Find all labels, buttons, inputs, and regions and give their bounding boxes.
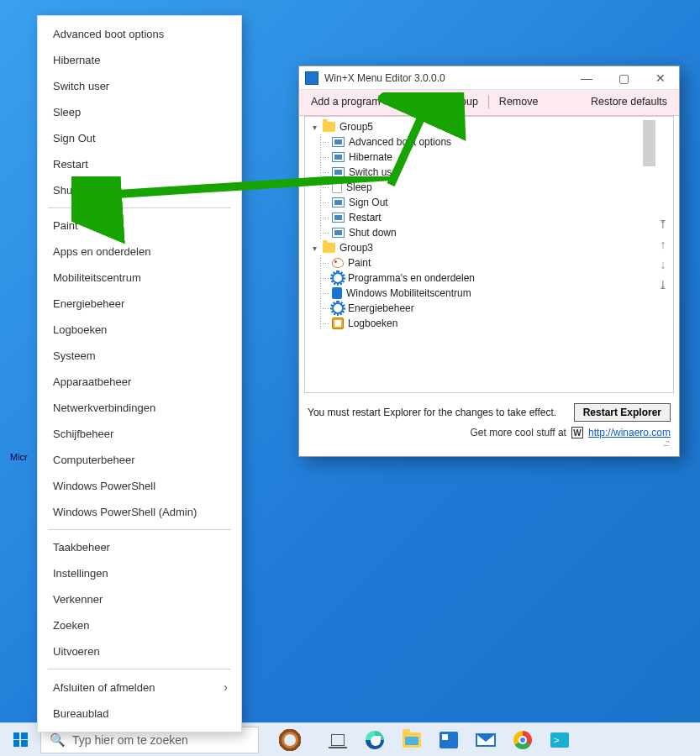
winx-item[interactable]: Computerbeheer [38,447,241,473]
close-button[interactable]: ✕ [642,66,679,90]
winx-item[interactable]: Apparaatbeheer [38,369,241,395]
remove-button[interactable]: Remove [494,93,544,110]
resize-grip[interactable]: ..:: [308,438,671,448]
winx-item-label: Advanced boot options [53,28,164,40]
explorer-button[interactable] [395,723,429,757]
tree-item[interactable]: Logboeken [305,316,656,331]
winx-item-label: Taakbeheer [53,541,110,554]
cortana-icon[interactable] [276,726,304,754]
tree-item[interactable]: Switch user [305,165,656,180]
terminal-icon [550,732,569,748]
win-icon [332,167,345,177]
scrollbar-thumb[interactable] [643,120,655,166]
winx-item[interactable]: Apps en onderdelen [38,239,241,265]
terminal-button[interactable] [543,723,576,757]
winx-item[interactable]: Mobiliteitscentrum [38,265,241,291]
win-icon [332,137,345,147]
winx-item[interactable]: Switch user [38,73,241,99]
edge-icon [366,731,384,749]
move-top-button[interactable]: ⤒ [658,218,668,231]
winx-item[interactable]: Uitvoeren [38,638,241,664]
winx-item[interactable]: Paint [38,213,241,239]
winx-item[interactable]: Zoeken [38,612,241,638]
winx-item[interactable]: Sleep [38,99,241,125]
winx-item-label: Apparaatbeheer [53,375,131,388]
winx-item[interactable]: Netwerkverbindingen [38,395,241,421]
start-button[interactable] [0,723,40,757]
winx-item[interactable]: Advanced boot options [38,21,241,47]
tree-item-label: Hibernate [349,151,392,163]
winx-item[interactable]: Restart [38,151,241,177]
tree-item-label: Windows Mobiliteitscentrum [346,287,471,299]
tree-item[interactable]: Programma's en onderdelen [305,270,656,286]
winx-item-label: Windows PowerShell [53,480,155,492]
tree-view[interactable]: ▾Group5Advanced boot optionsHibernateSwi… [304,116,674,393]
tree-group[interactable]: ▾Group3 [305,240,656,255]
tree-item-label: Group5 [339,121,373,133]
winx-item[interactable]: Taakbeheer [38,534,241,560]
winx-item[interactable]: Windows PowerShell (Admin) [38,499,241,525]
winx-item[interactable]: Shut down [38,177,241,203]
menu-separator [48,669,231,669]
winx-item[interactable]: Logboeken [38,317,241,343]
tree-group[interactable]: ▾Group5 [305,119,656,134]
win-icon [332,197,345,207]
winx-item-label: Netwerkverbindingen [53,402,155,414]
tree-item-label: Sleep [346,181,372,193]
winx-item[interactable]: Instellingen [38,560,241,586]
tree-item[interactable]: Sign Out [305,195,656,210]
tree-item[interactable]: Windows Mobiliteitscentrum [305,286,656,301]
move-bottom-button[interactable]: ⤓ [658,278,668,291]
task-view-button[interactable] [321,723,355,757]
winx-item[interactable]: Schijfbeheer [38,421,241,447]
winx-item[interactable]: Verkenner [38,586,241,612]
winx-item[interactable]: Sign Out [38,125,241,151]
winx-item-label: Zoeken [53,619,89,632]
move-down-button[interactable]: ↓ [661,258,666,271]
mail-button[interactable] [469,723,503,757]
tree-item[interactable]: Shut down [305,225,656,240]
winx-item-label: Computerbeheer [53,454,135,466]
chrome-button[interactable] [506,723,539,757]
edge-button[interactable] [358,723,392,757]
create-group-button[interactable]: Create a group [403,93,482,110]
tree-item[interactable]: Paint [305,255,656,270]
add-program-button[interactable]: Add a program [306,93,392,110]
tree-item[interactable]: Energiebeheer [305,301,656,316]
winx-item[interactable]: Afsluiten of afmelden› [38,674,241,701]
minimize-button[interactable]: — [568,66,605,90]
app-icon [305,71,318,85]
winx-item-label: Shut down [53,184,104,197]
tree-item[interactable]: Sleep [305,180,656,195]
winx-item-label: Schijfbeheer [53,428,113,440]
winx-item[interactable]: Systeem [38,343,241,369]
store-button[interactable] [432,723,466,757]
winx-item-label: Hibernate [53,54,100,66]
winx-item-label: Apps en onderdelen [53,245,150,258]
winx-item-label: Sleep [53,106,81,118]
winx-item[interactable]: Bureaublad [38,701,241,727]
titlebar[interactable]: Win+X Menu Editor 3.0.0.0 — ▢ ✕ [299,66,679,90]
collapse-icon: ▾ [311,244,318,253]
restore-defaults-button[interactable]: Restore defaults [586,93,672,110]
winx-item[interactable]: Energiebeheer [38,291,241,317]
restart-explorer-button[interactable]: Restart Explorer [574,403,671,422]
tree-item[interactable]: Advanced boot options [305,134,656,150]
tree-item-label: Sign Out [349,197,388,208]
winx-item-label: Systeem [53,349,96,362]
tree-item[interactable]: Restart [305,210,656,225]
footer-link[interactable]: http://winaero.com [588,427,671,438]
winaero-icon: W [571,427,583,438]
search-placeholder: Typ hier om te zoeken [72,733,188,747]
gear-icon [332,302,344,314]
tree-item-label: Group3 [339,242,373,254]
winx-item[interactable]: Hibernate [38,47,241,73]
maximize-button[interactable]: ▢ [605,66,642,90]
tree-item-label: Restart [349,212,382,223]
winx-item-label: Uitvoeren [53,645,100,658]
winx-item[interactable]: Windows PowerShell [38,473,241,499]
winx-item-label: Instellingen [53,567,108,580]
move-up-button[interactable]: ↑ [661,238,666,251]
win-icon [332,213,345,223]
tree-item[interactable]: Hibernate [305,150,656,165]
